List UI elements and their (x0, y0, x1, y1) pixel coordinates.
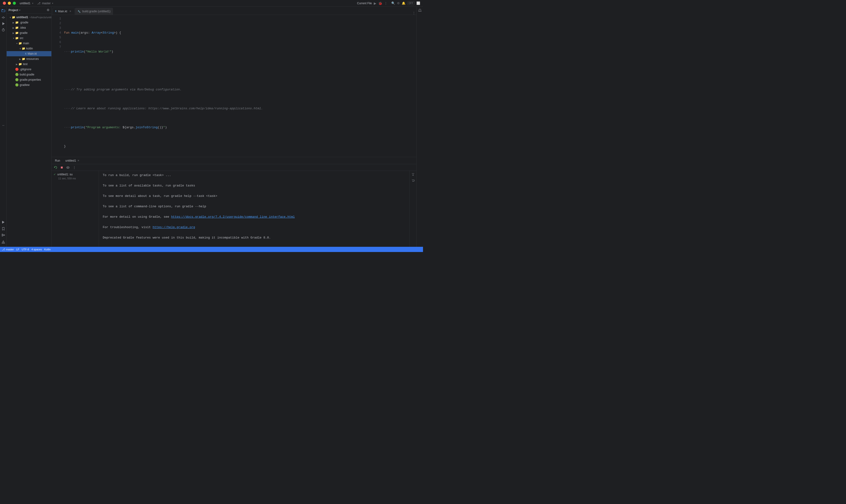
line-numbers: 1 2 3 4 5 6 7 (52, 15, 63, 157)
bottom-indent[interactable]: 4 spaces (32, 248, 42, 251)
svg-rect-16 (61, 166, 63, 168)
tree-item-test[interactable]: ▶ 📁 test (7, 61, 51, 67)
code-line-4: ···· // Try adding program arguments via… (63, 87, 413, 92)
branch-dropdown-icon[interactable]: ▾ (52, 2, 53, 4)
sidebar-icon-project[interactable] (0, 7, 6, 13)
sidebar-icon-bookmark[interactable] (0, 226, 6, 232)
gradle-docs-link-1[interactable]: https://docs.gradle.org/7.4.2/userguide/… (171, 215, 295, 219)
tree-item-gitignore[interactable]: 🔴 .gitignore (7, 67, 51, 72)
output-blank-3 (103, 199, 405, 204)
run-sidebar-item[interactable]: ✓ untitled1: su (52, 172, 99, 177)
tree-item-gradleprops[interactable]: 🟢 gradle.properties (7, 77, 51, 82)
more-actions-icon[interactable]: ⋮ (384, 1, 387, 5)
debug-icon[interactable]: 🐞 (378, 1, 382, 5)
branch-name[interactable]: master (42, 2, 51, 5)
close-button[interactable] (3, 2, 6, 5)
tree-item-buildgradle[interactable]: 🟢 build.gradle (7, 72, 51, 77)
bottom-encoding[interactable]: UTF-8 (21, 248, 29, 251)
folder-icon-test: 📁 (18, 62, 22, 66)
tree-label-kotlin: kotlin (26, 47, 33, 50)
tree-item-dotidea[interactable]: ▶ 📁 .idea (7, 25, 51, 30)
tree-label-mainkt: Main.kt (28, 52, 37, 55)
tree-item-mainkt[interactable]: K Main.kt (7, 51, 51, 56)
run-tab-run[interactable]: Run (53, 158, 63, 164)
sidebar-icon-debug[interactable] (0, 27, 6, 33)
tab-gradle-icon: 🔧 (78, 10, 81, 13)
folder-icon-resources: 📁 (22, 57, 25, 60)
project-dropdown-icon[interactable]: ▾ (32, 2, 33, 4)
run-eye-btn[interactable] (66, 165, 70, 170)
tab-buildgradle[interactable]: 🔧 build.gradle (untitled1) (75, 8, 113, 15)
tree-item-resources[interactable]: ▶ 📁 resources (7, 56, 51, 61)
maximize-button[interactable] (13, 2, 16, 5)
tab-kt-icon: K (55, 10, 57, 13)
run-stop-btn[interactable] (60, 165, 64, 170)
project-folder-icon: 📁 (12, 16, 15, 19)
tree-item-root[interactable]: ▾ 📁 untitled1 ~/IdeaProjects/untitled1 (7, 15, 51, 20)
run-more-btn[interactable]: ⋮ (72, 165, 76, 170)
project-panel-title-area[interactable]: Project ▾ (8, 8, 20, 12)
project-name[interactable]: untitled1 (20, 2, 30, 5)
project-panel-dropdown[interactable]: ▾ (19, 9, 20, 11)
tree-label-root: untitled1 (16, 16, 28, 19)
output-line-4: To see a list of command-line options, r… (103, 204, 405, 209)
notifications-icon[interactable]: 🔔 (402, 1, 405, 5)
right-icon-notifications[interactable] (417, 7, 423, 13)
window-controls (3, 2, 16, 5)
tree-item-main[interactable]: ▾ 📁 main (7, 41, 51, 46)
run-toolbar: ⋮ (52, 164, 416, 171)
output-line-2: To see a list of available tasks, run gr… (103, 183, 405, 188)
tab-label-mainkt: Main.kt (58, 10, 67, 13)
run-rerun-btn[interactable] (53, 165, 58, 170)
bottom-branch-label: master (6, 248, 14, 251)
code-editor[interactable]: 1 2 3 4 5 6 7 fun main(args: Array<Strin… (52, 15, 416, 157)
run-tabs: Run untitled1 ✕ (52, 157, 416, 164)
gradle-help-link[interactable]: https://help.gradle.org (153, 226, 195, 229)
run-output[interactable]: To run a build, run gradle <task> ... To… (99, 171, 409, 247)
output-scroll-to-end[interactable] (410, 172, 416, 177)
run-tab-label: Run (55, 159, 60, 162)
run-time-label: 11 sec, 559 ms (52, 177, 99, 180)
run-tab-close[interactable]: ✕ (77, 159, 79, 162)
right-sidebar-icons (416, 7, 423, 247)
git-icon-gitignore: 🔴 (15, 68, 19, 71)
tree-item-src[interactable]: ▾ 📁 src (7, 36, 51, 41)
bottom-branch-icon: ⎇ (2, 248, 5, 251)
code-content[interactable]: fun main(args: Array<String>) { ···· pri… (63, 15, 413, 157)
tree-item-gradle[interactable]: ▶ 📁 gradle (7, 30, 51, 36)
sidebar-icon-commit[interactable] (0, 15, 6, 20)
run-sidebar-label: untitled1: su (57, 173, 73, 176)
output-blank-6 (103, 230, 405, 235)
sidebar-right-icon[interactable]: ⬜ (416, 1, 420, 5)
tree-item-kotlin[interactable]: ▾ 📁 kotlin (7, 46, 51, 51)
settings-icon[interactable]: ⚙ (397, 1, 400, 5)
run-tab-untitled1[interactable]: untitled1 ✕ (63, 158, 82, 164)
search-icon[interactable]: 🔍 (391, 1, 395, 5)
sidebar-icon-structure[interactable] (0, 233, 6, 238)
panel-gear-icon[interactable]: ⚙ (47, 8, 50, 12)
tab-close-mainkt[interactable]: ✕ (69, 10, 72, 13)
bottom-filetype[interactable]: Kotlin (44, 248, 51, 251)
bottom-lf[interactable]: LF (16, 248, 19, 251)
svg-point-15 (3, 242, 3, 243)
editor-scrollbar[interactable] (413, 15, 416, 157)
svg-rect-1 (2, 10, 5, 12)
tree-item-dotgradle[interactable]: ▶ 📁 .gradle (7, 20, 51, 25)
folder-icon-kotlin: 📁 (22, 47, 25, 50)
run-icon[interactable]: ▶ (374, 1, 376, 5)
bottom-encoding-label: UTF-8 (21, 248, 29, 251)
tree-item-gradlew[interactable]: 🟢 gradlew (7, 82, 51, 88)
minimize-button[interactable] (8, 2, 11, 5)
svg-point-17 (67, 166, 69, 168)
sidebar-icon-warning[interactable] (0, 239, 6, 245)
output-wrap[interactable] (410, 178, 416, 183)
editor-tabs-more[interactable]: ⋮ (412, 11, 416, 15)
sidebar-icon-run[interactable] (0, 21, 6, 26)
svg-rect-10 (2, 235, 3, 236)
output-blank-4 (103, 209, 405, 214)
tab-mainkt[interactable]: K Main.kt ✕ (53, 8, 74, 15)
tree-path-root: ~/IdeaProjects/untitled1 (29, 16, 51, 19)
sidebar-icon-more[interactable]: ··· (0, 122, 6, 128)
sidebar-icon-run-bottom[interactable] (0, 219, 6, 225)
bottom-branch[interactable]: ⎇ master (2, 248, 14, 251)
